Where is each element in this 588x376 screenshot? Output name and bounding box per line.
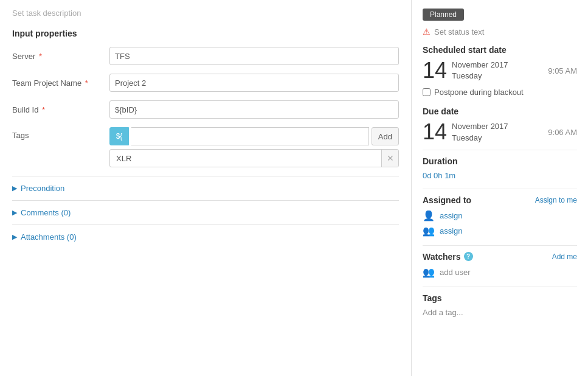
tag-remove-button[interactable]: ✕ (381, 149, 398, 167)
left-panel: Set task description Input properties Se… (0, 0, 412, 376)
info-icon: ⚠ (423, 27, 431, 37)
help-icon[interactable]: ? (464, 252, 473, 261)
tag-prefix-button[interactable]: ${ (109, 127, 129, 145)
status-text-label[interactable]: Set status text (434, 27, 484, 37)
status-badge[interactable]: Planned (423, 9, 464, 21)
task-description-placeholder[interactable]: Set task description (12, 9, 399, 18)
assigned-header-row: Assigned to Assign to me (423, 195, 577, 205)
tags-input-row: ${ Add (109, 127, 399, 145)
due-month-year: November 2017 (452, 121, 548, 132)
server-row: Server * (12, 47, 399, 65)
divider-4 (423, 287, 577, 287)
start-date-block: 14 November 2017 Tuesday 9:05 AM (423, 60, 577, 82)
tag-item-value: XLR (110, 154, 381, 163)
add-tag-button[interactable]: Add (372, 127, 399, 145)
person-icon-1: 👤 (423, 210, 435, 221)
build-id-required: * (40, 105, 45, 114)
precondition-section: ▶ Precondition (12, 176, 399, 200)
watchers-section: Watchers ? Add me 👥 add user (423, 252, 577, 278)
attachments-label: Attachments (0) (21, 232, 77, 242)
divider-2 (423, 189, 577, 189)
start-weekday: Tuesday (452, 71, 548, 82)
assign-link-2[interactable]: assign (440, 226, 463, 235)
server-label: Server * (12, 52, 109, 61)
postpone-checkbox[interactable] (423, 88, 431, 96)
due-date-details: November 2017 Tuesday (452, 121, 548, 143)
attachments-arrow: ▶ (12, 233, 17, 241)
assignee-row-1: 👤 assign (423, 210, 577, 221)
scheduled-start-date-title: Scheduled start date (423, 45, 577, 55)
watchers-icon: 👥 (423, 266, 435, 278)
start-day: 14 (423, 60, 447, 82)
precondition-label: Precondition (21, 184, 64, 193)
postpone-label: Postpone during blackout (434, 88, 524, 97)
due-weekday: Tuesday (452, 133, 548, 144)
precondition-arrow: ▶ (12, 184, 17, 192)
server-required: * (36, 52, 42, 61)
team-project-required: * (83, 78, 88, 88)
team-project-row: Team Project Name * (12, 74, 399, 92)
divider-1 (423, 150, 577, 150)
divider-3 (423, 245, 577, 246)
watcher-row-1: 👥 add user (423, 266, 577, 278)
due-date-block: 14 November 2017 Tuesday 9:06 AM (423, 121, 577, 143)
assigned-section: Assigned to Assign to me 👤 assign 👥 assi… (423, 195, 577, 237)
build-id-row: Build Id * (12, 100, 399, 119)
start-date-details: November 2017 Tuesday (452, 60, 548, 82)
tags-label: Tags (12, 127, 109, 140)
tag-item-xlr: XLR ✕ (109, 149, 399, 167)
precondition-header[interactable]: ▶ Precondition (12, 184, 399, 193)
add-me-link[interactable]: Add me (552, 252, 577, 261)
input-properties-title: Input properties (12, 29, 399, 38)
add-tag-link[interactable]: Add a tag... (423, 308, 463, 317)
start-month-year: November 2017 (452, 60, 548, 71)
server-input[interactable] (109, 47, 399, 65)
team-project-label: Team Project Name * (12, 78, 109, 88)
build-id-label: Build Id * (12, 105, 109, 114)
duration-title: Duration (423, 156, 577, 166)
attachments-section: ▶ Attachments (0) (12, 225, 399, 249)
due-date-title: Due date (423, 106, 577, 116)
comments-header[interactable]: ▶ Comments (0) (12, 208, 399, 217)
tag-text-input[interactable] (131, 127, 369, 145)
due-time: 9:06 AM (548, 128, 577, 137)
assigned-to-title: Assigned to (423, 195, 471, 205)
assign-link-1[interactable]: assign (440, 211, 463, 220)
watchers-title-group: Watchers ? (423, 252, 473, 262)
comments-label: Comments (0) (21, 208, 71, 217)
duration-value: 0d 0h 1m (423, 171, 577, 180)
attachments-header[interactable]: ▶ Attachments (0) (12, 232, 399, 242)
watchers-title: Watchers (423, 252, 461, 262)
due-day: 14 (423, 121, 447, 143)
add-user-link[interactable]: add user (440, 268, 471, 277)
assignee-row-2: 👥 assign (423, 225, 577, 237)
start-time: 9:05 AM (548, 66, 577, 75)
watchers-header-row: Watchers ? Add me (423, 252, 577, 262)
postpone-row: Postpone during blackout (423, 88, 577, 97)
tags-input-area: ${ Add XLR ✕ (109, 127, 399, 167)
comments-section: ▶ Comments (0) (12, 200, 399, 225)
build-id-input[interactable] (109, 100, 399, 119)
right-tags-section: Tags Add a tag... (423, 293, 577, 317)
assign-to-me-link[interactable]: Assign to me (535, 196, 577, 204)
group-icon-1: 👥 (423, 225, 435, 237)
right-panel: Planned ⚠ Set status text Scheduled star… (412, 0, 588, 376)
status-text-row: ⚠ Set status text (423, 27, 577, 37)
tags-row: Tags ${ Add XLR ✕ (12, 127, 399, 167)
right-tags-title: Tags (423, 293, 577, 303)
team-project-input[interactable] (109, 74, 399, 92)
comments-arrow: ▶ (12, 209, 17, 217)
